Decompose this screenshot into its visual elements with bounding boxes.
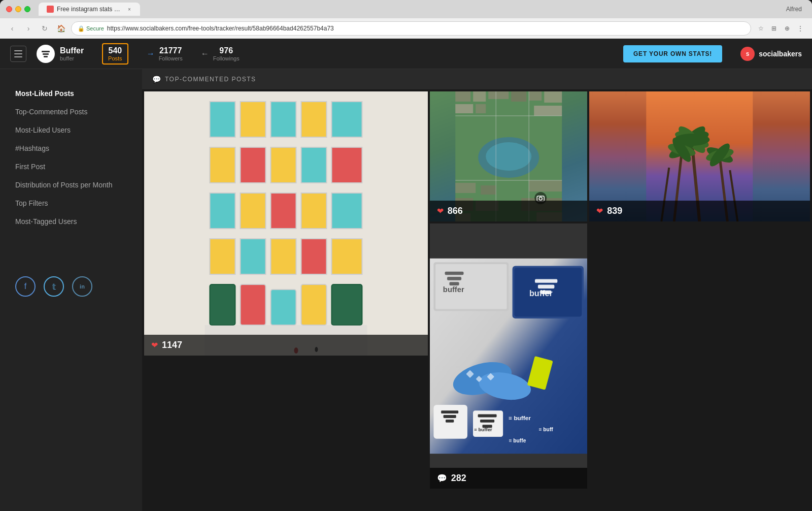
svg-rect-10 [240,147,265,183]
svg-rect-4 [210,102,235,137]
home-button[interactable]: 🏠 [55,22,67,35]
lock-icon: 🔒 [78,25,85,32]
tab-close-icon[interactable]: × [127,6,132,13]
svg-rect-46 [529,180,562,191]
building-svg [144,91,428,356]
svg-rect-35 [455,91,470,102]
post-card-aerial[interactable]: ❤ 866 [430,91,587,221]
svg-rect-9 [210,147,235,183]
svg-rect-17 [301,193,326,229]
svg-rect-25 [240,284,265,325]
sidebar-item-most-liked-users[interactable]: Most-Liked Users [15,121,127,139]
svg-text:≡ buffe: ≡ buffe [509,438,526,443]
comment-icon-merch: 💬 [437,473,447,483]
svg-rect-85 [445,272,463,275]
section-header-text: TOP-COMMENTED POSTS [165,76,256,83]
svg-rect-44 [455,183,476,193]
menu-button[interactable] [10,46,26,62]
section-header: 💬 TOP-COMMENTED POSTS [142,69,812,89]
posts-count: 540 [109,46,122,55]
socialbakers-logo: s socialbakers [740,47,802,61]
twitter-link[interactable]: 𝕥 [44,276,64,297]
svg-rect-86 [447,277,461,280]
section-header-icon: 💬 [152,75,161,83]
post-card-building[interactable]: ❤ 1147 [144,91,428,356]
shield-icon[interactable]: ⊕ [782,23,793,34]
svg-rect-16 [270,193,296,229]
svg-rect-26 [270,290,296,325]
svg-rect-100 [478,414,496,418]
facebook-link[interactable]: f [15,276,36,297]
svg-rect-14 [210,193,235,229]
svg-rect-79 [535,279,557,282]
active-tab[interactable]: Free instagram stats and analy... × [39,3,140,16]
layers-icon[interactable]: ⊞ [768,23,780,34]
browser-window: Free instagram stats and analy... × Alfr… [0,0,812,39]
app-header: Buffer buffer 540 Posts → 21777 Follower… [0,39,812,69]
post-overlay-building: ❤ 1147 [144,335,428,356]
main-content: Most-Liked Posts Top-Commented Posts Mos… [0,69,812,511]
svg-rect-27 [301,284,326,325]
sidebar: Most-Liked Posts Top-Commented Posts Mos… [0,69,142,511]
post-overlay-aerial: ❤ 866 [430,201,587,221]
tab-favicon-icon [47,6,54,13]
refresh-button[interactable]: ↻ [39,22,51,35]
post-comments-merch: 282 [451,473,466,484]
sidebar-item-top-filters[interactable]: Top Filters [15,194,127,212]
browser-titlebar: Free instagram stats and analy... × Alfr… [0,0,812,18]
followings-label: Followings [213,55,240,61]
svg-rect-87 [449,282,459,285]
svg-rect-12 [301,147,326,183]
address-bar[interactable]: 🔒 Secure https://www.socialbakers.com/fr… [71,21,751,36]
post-likes-building: 1147 [162,340,182,350]
posts-label: Posts [108,55,122,61]
buffer-logo-icon [37,45,55,63]
merch-svg: buffer buffer [430,224,587,488]
socialbakers-label: socialbakers [759,50,802,58]
nav-icons-right: ☆ ⊞ ⊕ ⋮ [755,23,806,34]
post-card-buffer-merch[interactable]: buffer buffer [430,223,587,489]
heart-icon-aerial: ❤ [437,206,444,216]
close-button[interactable] [6,6,12,12]
minimize-button[interactable] [15,6,21,12]
post-image-buffer-merch: buffer buffer [430,223,587,489]
svg-point-34 [486,142,531,171]
svg-rect-38 [511,91,526,102]
svg-rect-97 [443,415,456,418]
sidebar-item-top-commented-posts[interactable]: Top-Commented Posts [15,103,127,121]
back-button[interactable]: ‹ [6,22,18,35]
svg-rect-19 [210,239,235,274]
svg-rect-22 [301,239,326,274]
maximize-button[interactable] [24,6,30,12]
post-card-palms[interactable]: ❤ 839 [589,91,810,221]
url-text: https://www.socialbakers.com/free-tools/… [107,25,334,32]
forward-button[interactable]: › [22,22,35,35]
followers-arrow-icon: → [147,49,155,58]
heart-icon-building: ❤ [151,340,158,350]
svg-rect-2 [44,56,48,57]
more-menu-icon[interactable]: ⋮ [795,23,806,34]
svg-text:≡ buff: ≡ buff [538,427,553,432]
browser-user-label: Alfred [786,6,806,13]
post-image-building [144,91,428,356]
twitter-icon: 𝕥 [52,282,56,292]
linkedin-link[interactable]: in [72,276,92,297]
star-icon[interactable]: ☆ [755,23,766,34]
sidebar-item-most-liked-posts[interactable]: Most-Liked Posts [15,84,127,103]
svg-text:≡ buffer: ≡ buffer [474,427,492,432]
svg-rect-13 [331,147,362,183]
browser-nav-bar: ‹ › ↻ 🏠 🔒 Secure https://www.socialbaker… [0,18,812,39]
sidebar-item-distribution[interactable]: Distribution of Posts per Month [15,176,127,194]
svg-rect-15 [240,193,265,229]
brand-sub-label: buffer [60,55,84,61]
svg-rect-6 [270,102,296,137]
sidebar-item-hashtags[interactable]: #Hashtags [15,139,127,157]
svg-rect-37 [488,91,509,99]
buffer-stack-svg [41,49,51,59]
sidebar-item-first-post[interactable]: First Post [15,157,127,176]
followers-stat: → 21777 Followers [147,46,183,61]
get-stats-button[interactable]: GET YOUR OWN STATS! [623,45,722,62]
sidebar-item-most-tagged-users[interactable]: Most-Tagged Users [15,212,127,231]
tab-title: Free instagram stats and analy... [57,6,122,13]
secure-badge: 🔒 Secure [78,25,104,32]
